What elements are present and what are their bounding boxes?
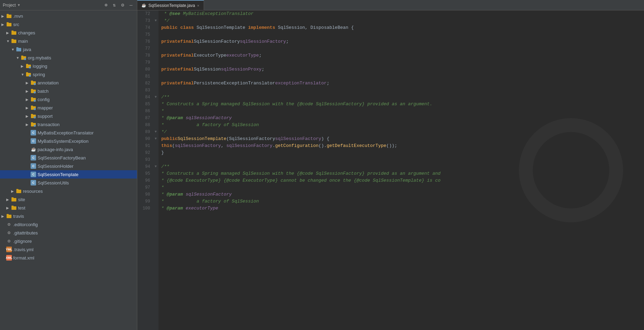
line-number: 87 — [139, 115, 150, 122]
line-number: 79 — [139, 59, 150, 66]
fold-button[interactable]: ▼ — [153, 94, 158, 101]
tree-item-SqlSessionFactoryBean[interactable]: CSqlSessionFactoryBean — [0, 154, 137, 162]
fold-button — [153, 101, 158, 108]
line-number: 99 — [139, 198, 150, 205]
tree-item-spring[interactable]: ▼spring — [0, 70, 137, 79]
line-numbers: 7273747576777879808182838485868788899091… — [137, 10, 153, 330]
watermark — [519, 118, 623, 222]
svg-rect-5 — [11, 31, 16, 35]
sort-icon[interactable]: ⇅ — [111, 2, 117, 8]
yaml-file-icon: YML — [6, 247, 12, 252]
line-number: 81 — [139, 73, 150, 80]
fold-button[interactable]: ▼ — [153, 129, 158, 135]
tree-item-travis[interactable]: ▶travis — [0, 212, 137, 220]
tree-item-.gitignore[interactable]: ⚙.gitignore — [0, 237, 137, 245]
tree-item-label: SqlSessionUtils — [38, 180, 69, 185]
tree-item-mapper[interactable]: ▶mapper — [0, 104, 137, 112]
tree-item-.editorconfig[interactable]: ⚙.editorconfig — [0, 220, 137, 229]
tree-item-main[interactable]: ▼main — [0, 37, 137, 45]
tree-item-format.xml[interactable]: XMLformat.xml — [0, 254, 137, 262]
tree-item-SqlSessionTemplate[interactable]: CSqlSessionTemplate — [0, 170, 137, 179]
tree-item-annotation[interactable]: ▶annotation — [0, 79, 137, 87]
tree-item-batch[interactable]: ▶batch — [0, 87, 137, 95]
folder-icon — [6, 213, 12, 219]
fold-button[interactable]: ▼ — [153, 163, 158, 170]
tree-item-package-info.java[interactable]: ☕package-info.java — [0, 145, 137, 154]
line-number: 85 — [139, 101, 150, 108]
minimize-icon[interactable]: — — [128, 2, 134, 8]
fold-button — [153, 115, 158, 122]
svg-point-30 — [34, 108, 36, 110]
line-number: 75 — [139, 31, 150, 38]
line-number: 88 — [139, 122, 150, 129]
code-line: private final SqlSession sqlSessionProxy… — [161, 66, 441, 73]
fold-button — [153, 170, 158, 177]
xml-file-icon: XML — [6, 255, 12, 261]
tree-item-label: .mvn — [13, 14, 23, 19]
tree-item-test[interactable]: ▶test — [0, 204, 137, 212]
tree-item-label: transaction — [38, 122, 60, 127]
tree-item-label: .travis.yml — [13, 247, 34, 252]
line-number: 90 — [139, 135, 150, 142]
tree-item-label: main — [18, 39, 28, 44]
tree-arrow: ▶ — [1, 14, 6, 18]
locate-icon[interactable]: ⊕ — [103, 2, 109, 8]
tree-item-config[interactable]: ▶config — [0, 95, 137, 104]
code-body: 7273747576777879808182838485868788899091… — [137, 10, 441, 330]
tab-sqlsessiontemplate[interactable]: ☕ SqlSessionTemplate.java × — [137, 0, 204, 10]
tab-filename: SqlSessionTemplate.java — [148, 3, 195, 8]
code-line: private final PersistenceExceptionTransl… — [161, 80, 441, 87]
fold-button — [153, 45, 158, 52]
tree-item-mvn[interactable]: ▶.mvn — [0, 12, 137, 20]
fold-button — [153, 31, 158, 38]
tree-item-logging[interactable]: ▶logging — [0, 62, 137, 70]
fold-button — [153, 122, 158, 129]
tree-item-.gitattributes[interactable]: ⚙.gitattributes — [0, 229, 137, 237]
line-number: 98 — [139, 191, 150, 198]
tree-item-SqlSessionHolder[interactable]: CSqlSessionHolder — [0, 162, 137, 170]
tree-item-label: mapper — [38, 105, 53, 110]
fold-button — [153, 24, 158, 31]
fold-button — [153, 205, 158, 212]
tree-item-changes[interactable]: ▶changes — [0, 28, 137, 37]
panel-title[interactable]: Project ▼ — [3, 3, 21, 8]
tree-item-resources[interactable]: ▶resources — [0, 187, 137, 195]
code-content[interactable]: * @see MyBatisExceptionTranslator */publ… — [158, 10, 441, 330]
settings-icon[interactable]: ⚙ — [120, 2, 126, 8]
code-line: * @param executorType — [161, 205, 441, 212]
tree-item-org.mybatis[interactable]: ▼org.mybatis — [0, 53, 137, 62]
tree-item-transaction[interactable]: ▶transaction — [0, 120, 137, 129]
package-icon — [31, 88, 36, 94]
tree-arrow: ▶ — [21, 64, 26, 68]
tab-close-button[interactable]: × — [197, 3, 199, 8]
project-panel: Project ▼ ⊕ ⇅ ⚙ — ▶.mvn▶src▶changes▼main… — [0, 0, 137, 330]
tree-item-label: resources — [23, 189, 43, 194]
java-file-icon: ☕ — [31, 147, 36, 152]
fold-button — [153, 59, 158, 66]
tree-item-SqlSessionUtils[interactable]: CSqlSessionUtils — [0, 179, 137, 187]
code-area[interactable]: 7273747576777879808182838485868788899091… — [137, 10, 644, 330]
fold-button — [153, 177, 158, 184]
line-number: 72 — [139, 10, 150, 17]
tree-item-java[interactable]: ▼java — [0, 45, 137, 53]
fold-button[interactable]: ▼ — [153, 135, 158, 142]
fold-button — [153, 198, 158, 205]
tree-item-site[interactable]: ▶site — [0, 195, 137, 204]
line-number: 76 — [139, 38, 150, 45]
java-file-icon: ☕ — [141, 3, 146, 8]
tree-item-label: MyBatisSystemException — [38, 139, 89, 144]
code-line: public SqlSessionTemplate(SqlSessionFact… — [161, 135, 441, 142]
tree-item-src[interactable]: ▶src — [0, 20, 137, 28]
panel-dropdown-arrow: ▼ — [17, 3, 21, 7]
tree-item-.travis.yml[interactable]: YML.travis.yml — [0, 245, 137, 254]
tree-item-MyBatisSystemException[interactable]: CMyBatisSystemException — [0, 137, 137, 145]
line-number: 74 — [139, 24, 150, 31]
tree-item-label: org.mybatis — [28, 55, 51, 60]
tree-item-label: package-info.java — [38, 147, 73, 152]
svg-rect-3 — [7, 23, 11, 26]
tree-item-MyBatisExceptionTranslator[interactable]: CMyBatisExceptionTranslator — [0, 129, 137, 137]
folder-icon — [11, 205, 17, 211]
tree-arrow: ▶ — [26, 89, 31, 93]
tree-item-support[interactable]: ▶support — [0, 112, 137, 120]
fold-button[interactable]: ▼ — [153, 17, 158, 24]
